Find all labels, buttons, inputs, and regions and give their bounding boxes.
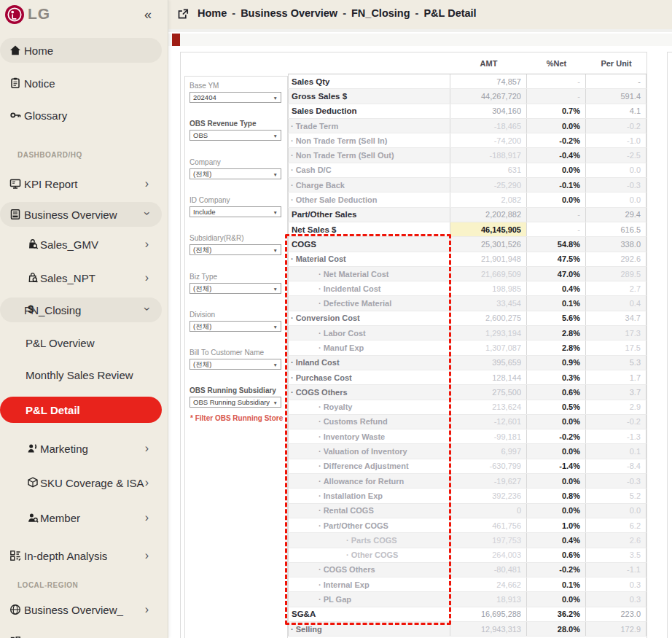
collapse-sidebar-button[interactable]: « — [144, 7, 152, 23]
filter-select[interactable]: (전체) ▼ — [190, 321, 281, 332]
bullet: · — [291, 151, 294, 160]
filter-select[interactable]: (전체) ▼ — [190, 283, 281, 294]
row-label-cell: · Other Sale Deduction — [288, 192, 450, 206]
sidebar-item-notice[interactable]: Notice — [0, 73, 162, 93]
filter-select-value: (전체) — [193, 170, 211, 179]
pct-cell: 0.0% — [527, 415, 586, 429]
bullet: · — [319, 417, 321, 426]
breadcrumb-item[interactable]: P&L Detail — [423, 7, 476, 19]
sidebar-item-glossary[interactable]: Glossary — [0, 105, 162, 125]
per-unit-cell: 0.1 — [586, 444, 646, 458]
filter-label: Subsidiary(R&R) — [190, 234, 281, 244]
amt-cell: 16,695,288 — [450, 607, 527, 621]
sidebar-item-business-overview[interactable]: Business Overview › — [0, 202, 162, 227]
sidebar-item-pl-overview[interactable]: P&L Overview — [0, 332, 162, 353]
filter-select-value: (전체) — [193, 284, 211, 294]
sidebar-item-kpi-report[interactable]: KPI Report › — [0, 174, 162, 194]
section-marker — [172, 34, 180, 46]
pct-cell: 0.0% — [527, 444, 586, 458]
breadcrumb-item[interactable]: Home — [198, 7, 227, 19]
row-label-cell: · Defective Material — [288, 296, 450, 310]
sidebar-item-home[interactable]: Home — [0, 38, 162, 63]
filter-select[interactable]: OBS Running Subsidiary ▼ — [190, 397, 281, 408]
amt-cell: 213,624 — [450, 400, 527, 414]
row-label: Rental COGS — [324, 506, 374, 515]
sidebar-item-member[interactable]: Member › — [0, 507, 162, 528]
filter-label: Division — [190, 311, 281, 320]
row-label-cell: · Allowance for Return — [288, 474, 450, 488]
row-label: Non Trade Term (Sell In) — [296, 136, 388, 145]
row-label: Inventory Waste — [324, 432, 386, 441]
table-row: · Manuf Exp 1,307,087 2.8% 17.5 — [288, 341, 646, 355]
row-label: Incidental Cost — [324, 284, 381, 293]
report-card: Base YM 202404 ▼ OBS Revenue Type OBS ▼ … — [180, 52, 647, 638]
per-unit-cell: 17.3 — [586, 326, 646, 340]
sidebar-item-monthly-sales-review[interactable]: Monthly Sales Review — [0, 365, 162, 385]
bullet: · — [346, 536, 349, 545]
sidebar-item-in-depth-analysis[interactable]: In-depth Analysis › — [0, 545, 162, 566]
breadcrumb-item[interactable]: Business Overview — [241, 7, 337, 19]
row-label: COGS Others — [324, 565, 375, 574]
chevron-right-icon: › — [145, 442, 149, 455]
sidebar-item-marketing[interactable]: Marketing › — [0, 438, 162, 459]
row-label-cell: · Selling — [288, 622, 450, 636]
filter-label: Base YM — [190, 82, 281, 91]
amt-cell: -74,200 — [450, 133, 527, 147]
filter-select[interactable]: OBS ▼ — [190, 130, 281, 141]
bullet: · — [291, 181, 294, 190]
sidebar-item-sku-coverage-isa[interactable]: SKU Coverage & ISA › — [0, 472, 162, 493]
filter-select[interactable]: (전체) ▼ — [190, 359, 281, 370]
row-label: Part/Other Sales — [292, 210, 356, 219]
pct-cell: 0.6% — [527, 385, 586, 399]
table-row: · COGS Others -80,481 -0.2% -1.1 — [288, 563, 646, 577]
row-label: Trade Term — [296, 122, 339, 131]
sidebar-item-sales-npt[interactable]: Sales_NPT › — [0, 268, 162, 288]
filter-select[interactable]: Include ▼ — [190, 206, 281, 217]
table-row: · Purchase Cost 128,144 0.3% 1.7 — [288, 370, 646, 385]
open-in-new-icon[interactable] — [176, 7, 190, 21]
sidebar-section-dashboard-hq: DASHBOARD/HQ — [17, 151, 82, 159]
row-label-cell: · Royalty — [288, 400, 450, 414]
bullet: · — [291, 388, 294, 397]
sidebar-item-partial[interactable] — [0, 631, 162, 638]
row-label: Labor Cost — [324, 329, 366, 338]
sidebar-item-business-overview-local[interactable]: Business Overview_ › — [0, 599, 162, 620]
row-label-cell: SG&A — [288, 607, 450, 621]
bullet: · — [319, 521, 321, 530]
filter-panel: Base YM 202404 ▼ OBS Revenue Type OBS ▼ … — [184, 76, 288, 638]
sidebar-item-fn-closing[interactable]: $ FN_Closing › — [0, 297, 162, 322]
content-area: Base YM 202404 ▼ OBS Revenue Type OBS ▼ … — [168, 29, 672, 638]
filter-group: Company (전체) ▼ — [190, 158, 281, 179]
amt-cell: 2,600,275 — [450, 311, 527, 325]
sidebar-item-sales-gmv[interactable]: Sales_GMV › — [0, 234, 162, 254]
row-label-cell: · Net Material Cost — [288, 267, 450, 281]
row-label: COGS Others — [296, 388, 348, 397]
filter-group: Division (전체) ▼ — [190, 311, 281, 332]
filter-select[interactable]: 202404 ▼ — [190, 92, 281, 103]
per-unit-cell: 29.4 — [586, 208, 646, 222]
dropdown-caret-icon: ▼ — [273, 210, 278, 215]
breadcrumb-item[interactable]: FN_Closing — [351, 7, 410, 19]
filter-select[interactable]: (전체) ▼ — [190, 244, 281, 255]
bullet: · — [319, 491, 321, 500]
per-unit-cell: 292.6 — [586, 252, 646, 266]
bullet: · — [319, 447, 321, 456]
bullet: · — [291, 358, 294, 367]
filter-group: Subsidiary(R&R) (전체) ▼ — [190, 234, 281, 255]
dropdown-caret-icon: ▼ — [273, 400, 278, 405]
dropdown-caret-icon: ▼ — [273, 133, 278, 139]
sidebar-item-pl-detail-active[interactable]: P&L Detail — [0, 397, 162, 423]
bullet: · — [319, 284, 321, 293]
adjacent-card-edge — [667, 52, 672, 638]
row-label: Internal Exp — [324, 580, 370, 589]
row-label: SG&A — [292, 610, 316, 618]
filter-select[interactable]: (전체) ▼ — [190, 168, 281, 179]
row-label: Non Trade Term (Sell Out) — [296, 151, 394, 160]
title-band — [168, 34, 672, 46]
table-row: · Inland Cost 395,659 0.9% 5.3 — [288, 356, 646, 370]
amt-cell: 392,236 — [450, 489, 527, 502]
amt-cell: -630,799 — [450, 459, 527, 473]
header-per-unit: Per Unit — [586, 59, 646, 68]
row-label: Valuation of Inventory — [324, 447, 407, 456]
pct-cell: -0.2% — [527, 133, 586, 147]
